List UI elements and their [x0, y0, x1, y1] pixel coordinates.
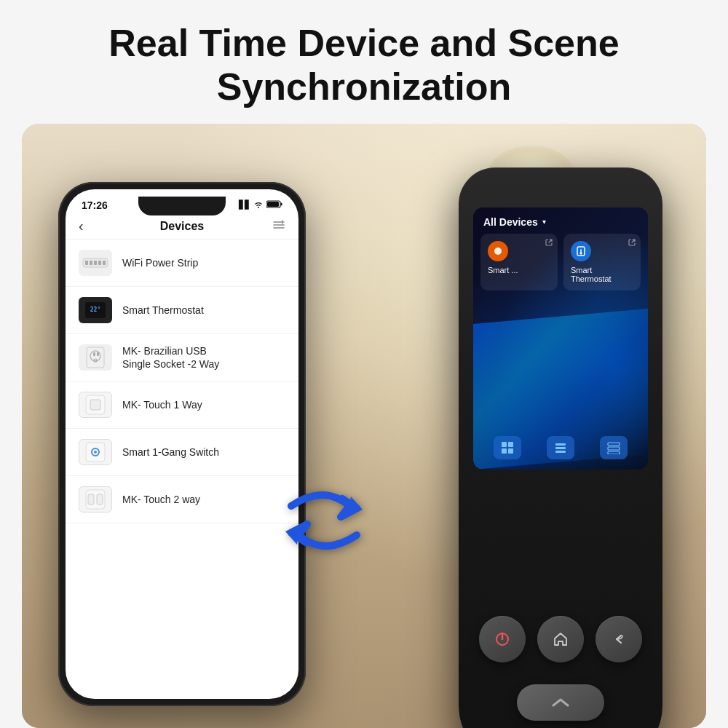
device-icon-strip [79, 250, 112, 276]
home-button[interactable] [537, 616, 584, 662]
list-item[interactable]: MK- Touch 2 way [66, 476, 298, 523]
svg-rect-4 [267, 202, 279, 207]
svg-rect-35 [502, 442, 507, 447]
screen-nav-grid[interactable] [494, 436, 521, 459]
device-name: MK- Brazilian USBSingle Socket -2 Way [122, 344, 219, 371]
phone-screen: 17:26 ▋▋ ‹ Devices [66, 189, 298, 699]
svg-rect-29 [88, 494, 94, 505]
list-item[interactable]: WiFi Power Strip [66, 240, 298, 287]
svg-rect-42 [608, 443, 620, 446]
card-name: Smart ... [488, 266, 550, 274]
svg-rect-18 [87, 347, 104, 368]
svg-rect-30 [97, 494, 103, 505]
svg-rect-20 [93, 352, 95, 356]
link-icon [628, 238, 636, 248]
link-icon [545, 238, 553, 248]
device-list: WiFi Power Strip 22° Smart Thermostat MK… [66, 240, 298, 523]
screen-devices-grid: Smart ... SmartThermostat [473, 234, 648, 290]
list-item[interactable]: 22° Smart Thermostat [66, 287, 298, 334]
list-item[interactable]: MK- Brazilian USBSingle Socket -2 Way [66, 334, 298, 381]
sync-arrows-svg [277, 480, 371, 561]
back-button[interactable] [596, 616, 642, 662]
signal-icon: ▋▋ [239, 200, 250, 210]
svg-rect-41 [555, 451, 566, 453]
device-icon-touch1 [79, 392, 112, 418]
nav-settings-icon[interactable] [272, 218, 285, 234]
status-icons: ▋▋ [239, 200, 282, 210]
svg-point-34 [580, 252, 582, 254]
wifi-icon [253, 200, 264, 210]
phone-notch [138, 197, 226, 215]
remote-screen: All Devices ▾ Smart ... [473, 207, 648, 470]
phone-nav-bar: ‹ Devices [66, 214, 298, 240]
device-icon-thermostat: 22° [79, 297, 112, 323]
device-icon-touch2 [79, 486, 112, 513]
screen-title: All Devices [483, 216, 538, 228]
svg-rect-44 [608, 451, 620, 454]
power-button[interactable] [479, 616, 526, 662]
list-item[interactable]: Smart 1-Gang Switch [66, 429, 298, 476]
svg-rect-24 [90, 400, 100, 410]
screen-nav-list[interactable] [600, 436, 628, 459]
svg-point-31 [494, 248, 502, 255]
svg-rect-36 [508, 442, 513, 447]
device-name: MK- Touch 1 Way [122, 398, 202, 411]
svg-point-27 [94, 451, 97, 454]
screen-dropdown-icon[interactable]: ▾ [542, 218, 546, 226]
device-icon-switch [79, 439, 112, 465]
screen-bottom-nav [480, 436, 641, 459]
svg-rect-37 [502, 448, 507, 454]
svg-rect-21 [97, 352, 99, 356]
screen-device-card[interactable]: Smart ... [480, 234, 558, 290]
scene-container: 17:26 ▋▋ ‹ Devices [22, 124, 706, 728]
svg-text:22°: 22° [90, 306, 100, 313]
card-icon-blue [571, 241, 591, 261]
svg-rect-12 [94, 261, 97, 265]
card-icon-orange [488, 241, 508, 261]
device-name: Smart 1-Gang Switch [122, 446, 219, 459]
list-item[interactable]: MK- Touch 1 Way [66, 381, 298, 429]
scroll-up-button[interactable] [517, 684, 604, 721]
svg-rect-43 [608, 447, 620, 450]
svg-rect-38 [508, 448, 513, 454]
screen-device-card[interactable]: SmartThermostat [563, 234, 641, 290]
remote-device: All Devices ▾ Smart ... [459, 167, 662, 728]
phone-device: 17:26 ▋▋ ‹ Devices [58, 182, 306, 706]
screen-nav-menu[interactable] [547, 436, 574, 459]
remote-buttons [479, 616, 642, 662]
screen-header: All Devices ▾ [473, 207, 648, 234]
nav-title: Devices [160, 220, 205, 233]
svg-rect-13 [98, 261, 101, 265]
svg-rect-39 [555, 443, 566, 446]
sync-icon [277, 480, 371, 561]
device-name: Smart Thermostat [122, 304, 204, 317]
page-header: Real Time Device and Scene Synchronizati… [0, 0, 728, 124]
device-name: WiFi Power Strip [122, 256, 198, 269]
status-time: 17:26 [82, 199, 108, 211]
back-button[interactable]: ‹ [79, 218, 84, 234]
card-name: SmartThermostat [571, 266, 633, 283]
svg-rect-11 [90, 261, 92, 265]
svg-rect-40 [555, 447, 566, 449]
device-name: MK- Touch 2 way [122, 493, 200, 506]
svg-rect-3 [281, 203, 282, 206]
device-icon-socket [79, 344, 112, 371]
svg-rect-10 [85, 261, 88, 265]
svg-rect-14 [103, 261, 106, 265]
page-title: Real Time Device and Scene Synchronizati… [58, 22, 670, 109]
battery-icon [266, 200, 282, 210]
